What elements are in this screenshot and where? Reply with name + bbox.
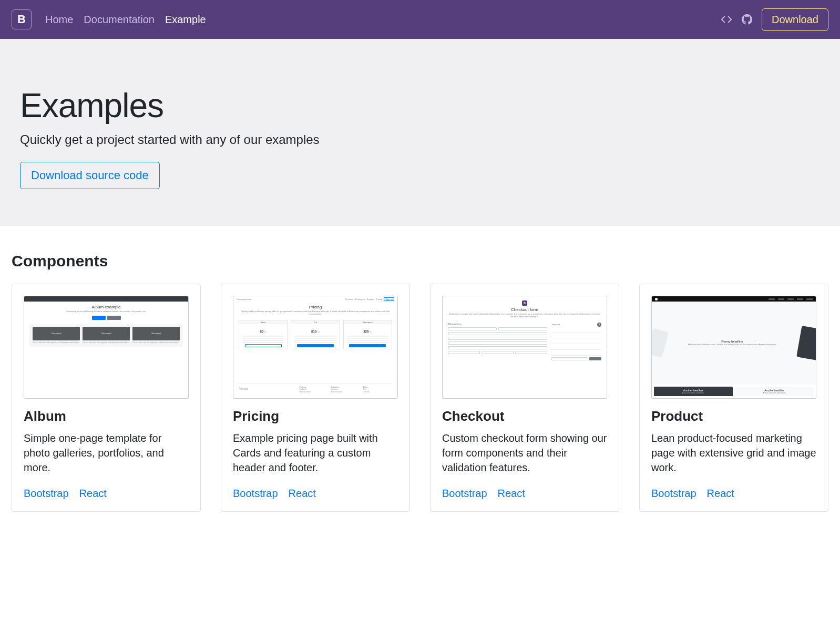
thumb-album-caption: This is a wider card with supporting tex… [33, 342, 80, 344]
card-link-react[interactable]: React [79, 488, 107, 500]
tier-price: $15 [311, 330, 316, 333]
thumb-checkout-text: Below is an example form built entirely … [448, 313, 601, 318]
thumb-album-tile: Thumbnail [83, 327, 130, 340]
card-title: Album [24, 408, 189, 424]
card-link-bootstrap[interactable]: Bootstrap [24, 488, 69, 500]
thumb-product-sub: And an even wittier subheadline to boot.… [688, 344, 776, 346]
nav-right: Download [721, 8, 828, 31]
thumb-album-btn-secondary [107, 316, 121, 320]
thumb-product-shape-left [651, 328, 669, 358]
thumb-product-subcard: Another headline And an even wittier sub… [735, 387, 814, 396]
tier-name: Free [239, 320, 287, 324]
thumb-product-headline: Punny headline [688, 340, 776, 343]
thumb-checkout-billing-label: Billing address [448, 323, 547, 325]
nav-home[interactable]: Home [45, 14, 73, 26]
thumb-pricing-text: Quickly build an effective pricing table… [239, 310, 392, 316]
tier-btn [297, 344, 334, 347]
thumb-pricing-footer-logo: ◎© 2017-2018 [239, 386, 298, 393]
navbar: B Home Documentation Example Download [0, 0, 840, 39]
tier-name: Pro [291, 320, 339, 324]
thumb-checkout-cart-badge: 3 [597, 323, 601, 327]
thumb-pricing-footer-col: AboutTeamLocations [363, 386, 392, 393]
nav-links: Home Documentation Example [45, 14, 206, 26]
thumb-pricing-title: Pricing [309, 305, 322, 309]
card-checkout: B Checkout form Below is an example form… [430, 284, 619, 512]
card-link-react[interactable]: React [707, 488, 734, 500]
tier-unit: / mo [368, 331, 372, 333]
card-desc: Example pricing page built with Cards an… [233, 431, 398, 475]
download-button[interactable]: Download [762, 8, 828, 31]
thumb-product-subcard: Another headline And an even wittier sub… [654, 387, 733, 396]
tier-btn [349, 344, 386, 347]
tier-price: $29 [363, 330, 368, 333]
github-icon[interactable] [742, 14, 752, 25]
thumb-pricing[interactable]: Company name Features · Enterprise · Sup… [233, 296, 398, 399]
thumb-product-shape-right [796, 326, 816, 360]
card-album: Album example Something short and leadin… [12, 284, 201, 512]
page-title: Examples [20, 86, 820, 125]
tier-name: Enterprise [344, 320, 392, 324]
thumb-pricing-footer-col: ResourcesResourceResource name [331, 386, 361, 393]
thumb-album-header [24, 296, 188, 302]
thumb-checkout[interactable]: B Checkout form Below is an example form… [442, 296, 607, 399]
section-title: Components [12, 252, 828, 270]
card-link-react[interactable]: React [498, 488, 525, 500]
card-link-react[interactable]: React [289, 488, 316, 500]
thumb-product[interactable]: Punny headline And an even wittier subhe… [651, 296, 816, 399]
thumb-album-btn-primary [92, 316, 106, 320]
card-pricing: Company name Features · Enterprise · Sup… [221, 284, 410, 512]
thumb-pricing-tier-free: Free $0/ mo [239, 320, 288, 349]
brand-letter: B [17, 13, 26, 26]
thumb-album-title: Album example [91, 305, 120, 309]
page-subtitle: Quickly get a project started with any o… [20, 132, 820, 147]
components-section: Components Album example Something short… [0, 226, 840, 533]
card-desc: Simple one-page template for photo galle… [24, 431, 189, 475]
thumb-pricing-tier-enterprise: Enterprise $29/ mo [343, 320, 392, 349]
thumb-product-avatar-icon [655, 298, 658, 300]
nav-documentation[interactable]: Documentation [84, 14, 155, 26]
download-source-button[interactable]: Download source code [20, 162, 160, 189]
thumb-checkout-cart-label: Your cart [551, 323, 560, 326]
card-link-bootstrap[interactable]: Bootstrap [442, 488, 487, 500]
thumb-checkout-title: Checkout form [511, 307, 538, 312]
card-link-bootstrap[interactable]: Bootstrap [651, 488, 696, 500]
thumb-album-caption: This is a wider card with supporting tex… [132, 342, 180, 344]
card-product: Punny headline And an even wittier subhe… [639, 284, 828, 512]
thumb-album[interactable]: Album example Something short and leadin… [24, 296, 189, 399]
card-link-bootstrap[interactable]: Bootstrap [233, 488, 278, 500]
hero: Examples Quickly get a project started w… [0, 39, 840, 226]
tier-unit: / mo [263, 331, 267, 333]
card-desc: Lean product-focused marketing page with… [651, 431, 816, 475]
thumb-album-tile: Thumbnail [132, 327, 180, 340]
thumb-product-subcard-sub: And an even wittier subheadline. [736, 392, 813, 394]
thumb-product-subcard-sub: And an even wittier subheadline. [655, 392, 732, 394]
cards-grid: Album example Something short and leadin… [12, 284, 828, 512]
thumb-pricing-nav: Features · Enterprise · Support · Pricin… [345, 298, 394, 300]
thumb-pricing-tier-pro: Pro $15/ mo [291, 320, 340, 349]
card-title: Product [651, 408, 816, 424]
tier-unit: / mo [316, 331, 320, 333]
thumb-pricing-footer-col: FeaturesCool stuffRandom feature [300, 386, 329, 393]
brand-logo[interactable]: B [12, 9, 32, 29]
thumb-album-caption: This is a wider card with supporting tex… [83, 342, 130, 344]
thumb-album-tile: Thumbnail [33, 327, 80, 340]
thumb-album-text: Something short and leading about the co… [66, 310, 146, 313]
card-title: Checkout [442, 408, 607, 424]
tier-btn [245, 344, 282, 347]
card-title: Pricing [233, 408, 398, 424]
thumb-checkout-logo: B [522, 300, 527, 306]
nav-example[interactable]: Example [165, 14, 206, 26]
code-icon[interactable] [721, 14, 732, 25]
card-desc: Custom checkout form showing our form co… [442, 431, 607, 475]
thumb-pricing-brand: Company name [237, 298, 251, 300]
